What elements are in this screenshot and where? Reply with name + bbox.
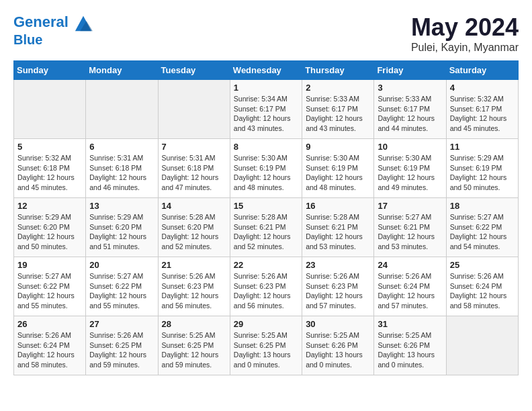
day-info: Sunrise: 5:26 AM Sunset: 6:24 PM Dayligh…	[450, 271, 515, 311]
day-number: 10	[378, 142, 442, 152]
day-number: 18	[450, 201, 515, 211]
logo-text: General	[13, 13, 93, 32]
calendar-cell: 15Sunrise: 5:28 AM Sunset: 6:21 PM Dayli…	[230, 198, 302, 257]
calendar-cell: 31Sunrise: 5:25 AM Sunset: 6:26 PM Dayli…	[374, 316, 446, 375]
day-info: Sunrise: 5:31 AM Sunset: 6:18 PM Dayligh…	[89, 153, 154, 193]
calendar-cell: 26Sunrise: 5:26 AM Sunset: 6:24 PM Dayli…	[14, 316, 86, 375]
day-number: 17	[378, 201, 442, 211]
day-number: 5	[17, 142, 82, 152]
day-number: 21	[162, 260, 226, 270]
calendar-week-row: 19Sunrise: 5:27 AM Sunset: 6:22 PM Dayli…	[14, 257, 519, 316]
col-header-saturday: Saturday	[446, 61, 518, 80]
day-number: 25	[450, 260, 515, 270]
day-info: Sunrise: 5:27 AM Sunset: 6:21 PM Dayligh…	[378, 212, 442, 252]
logo: General Blue	[13, 13, 93, 47]
day-number: 1	[234, 83, 298, 93]
col-header-thursday: Thursday	[302, 61, 374, 80]
day-number: 3	[378, 83, 442, 93]
calendar-cell: 11Sunrise: 5:29 AM Sunset: 6:19 PM Dayli…	[446, 139, 518, 198]
calendar-cell: 1Sunrise: 5:34 AM Sunset: 6:17 PM Daylig…	[230, 80, 302, 139]
title-block: May 2024 Pulei, Kayin, Myanmar	[411, 13, 519, 54]
page-header: General Blue May 2024 Pulei, Kayin, Myan…	[13, 13, 519, 54]
calendar-cell: 4Sunrise: 5:32 AM Sunset: 6:17 PM Daylig…	[446, 80, 518, 139]
calendar-cell	[446, 316, 518, 375]
calendar-cell: 9Sunrise: 5:30 AM Sunset: 6:19 PM Daylig…	[302, 139, 374, 198]
calendar-cell: 10Sunrise: 5:30 AM Sunset: 6:19 PM Dayli…	[374, 139, 446, 198]
day-info: Sunrise: 5:30 AM Sunset: 6:19 PM Dayligh…	[306, 153, 370, 193]
day-number: 22	[234, 260, 298, 270]
calendar-cell: 12Sunrise: 5:29 AM Sunset: 6:20 PM Dayli…	[14, 198, 86, 257]
day-number: 24	[378, 260, 442, 270]
calendar-cell: 17Sunrise: 5:27 AM Sunset: 6:21 PM Dayli…	[374, 198, 446, 257]
day-info: Sunrise: 5:33 AM Sunset: 6:17 PM Dayligh…	[378, 94, 442, 134]
day-number: 29	[234, 319, 298, 329]
calendar-cell: 24Sunrise: 5:26 AM Sunset: 6:24 PM Dayli…	[374, 257, 446, 316]
day-number: 11	[450, 142, 515, 152]
col-header-wednesday: Wednesday	[230, 61, 302, 80]
day-info: Sunrise: 5:28 AM Sunset: 6:21 PM Dayligh…	[306, 212, 370, 252]
day-number: 8	[234, 142, 298, 152]
calendar-cell: 25Sunrise: 5:26 AM Sunset: 6:24 PM Dayli…	[446, 257, 518, 316]
day-info: Sunrise: 5:33 AM Sunset: 6:17 PM Dayligh…	[306, 94, 370, 134]
day-info: Sunrise: 5:30 AM Sunset: 6:19 PM Dayligh…	[234, 153, 298, 193]
col-header-friday: Friday	[374, 61, 446, 80]
day-info: Sunrise: 5:28 AM Sunset: 6:21 PM Dayligh…	[234, 212, 298, 252]
calendar-cell: 6Sunrise: 5:31 AM Sunset: 6:18 PM Daylig…	[86, 139, 158, 198]
calendar-header-row: SundayMondayTuesdayWednesdayThursdayFrid…	[14, 61, 519, 80]
day-info: Sunrise: 5:32 AM Sunset: 6:17 PM Dayligh…	[450, 94, 515, 134]
day-info: Sunrise: 5:27 AM Sunset: 6:22 PM Dayligh…	[450, 212, 515, 252]
calendar-week-row: 1Sunrise: 5:34 AM Sunset: 6:17 PM Daylig…	[14, 80, 519, 139]
calendar-cell: 22Sunrise: 5:26 AM Sunset: 6:23 PM Dayli…	[230, 257, 302, 316]
day-number: 31	[378, 319, 442, 329]
day-number: 30	[306, 319, 370, 329]
calendar-cell	[86, 80, 158, 139]
day-number: 2	[306, 83, 370, 93]
day-number: 6	[89, 142, 154, 152]
calendar-cell: 5Sunrise: 5:32 AM Sunset: 6:18 PM Daylig…	[14, 139, 86, 198]
calendar-cell: 14Sunrise: 5:28 AM Sunset: 6:20 PM Dayli…	[158, 198, 230, 257]
day-info: Sunrise: 5:25 AM Sunset: 6:26 PM Dayligh…	[378, 330, 442, 370]
day-info: Sunrise: 5:26 AM Sunset: 6:25 PM Dayligh…	[89, 330, 154, 370]
calendar-cell: 16Sunrise: 5:28 AM Sunset: 6:21 PM Dayli…	[302, 198, 374, 257]
day-info: Sunrise: 5:29 AM Sunset: 6:20 PM Dayligh…	[17, 212, 82, 252]
day-info: Sunrise: 5:34 AM Sunset: 6:17 PM Dayligh…	[234, 94, 298, 134]
calendar-cell: 7Sunrise: 5:31 AM Sunset: 6:18 PM Daylig…	[158, 139, 230, 198]
calendar-cell	[158, 80, 230, 139]
day-info: Sunrise: 5:26 AM Sunset: 6:24 PM Dayligh…	[17, 330, 82, 370]
day-number: 20	[89, 260, 154, 270]
day-number: 13	[89, 201, 154, 211]
calendar-cell: 28Sunrise: 5:25 AM Sunset: 6:25 PM Dayli…	[158, 316, 230, 375]
day-number: 28	[162, 319, 226, 329]
day-info: Sunrise: 5:32 AM Sunset: 6:18 PM Dayligh…	[17, 153, 82, 193]
calendar-cell: 29Sunrise: 5:25 AM Sunset: 6:25 PM Dayli…	[230, 316, 302, 375]
day-info: Sunrise: 5:26 AM Sunset: 6:23 PM Dayligh…	[306, 271, 370, 311]
calendar-cell: 19Sunrise: 5:27 AM Sunset: 6:22 PM Dayli…	[14, 257, 86, 316]
day-number: 19	[17, 260, 82, 270]
col-header-monday: Monday	[86, 61, 158, 80]
day-info: Sunrise: 5:26 AM Sunset: 6:23 PM Dayligh…	[162, 271, 226, 311]
day-number: 12	[17, 201, 82, 211]
day-info: Sunrise: 5:29 AM Sunset: 6:20 PM Dayligh…	[89, 212, 154, 252]
calendar-cell: 18Sunrise: 5:27 AM Sunset: 6:22 PM Dayli…	[446, 198, 518, 257]
calendar-cell: 23Sunrise: 5:26 AM Sunset: 6:23 PM Dayli…	[302, 257, 374, 316]
col-header-tuesday: Tuesday	[158, 61, 230, 80]
day-number: 27	[89, 319, 154, 329]
calendar-cell: 13Sunrise: 5:29 AM Sunset: 6:20 PM Dayli…	[86, 198, 158, 257]
day-info: Sunrise: 5:25 AM Sunset: 6:26 PM Dayligh…	[306, 330, 370, 370]
day-number: 16	[306, 201, 370, 211]
calendar-week-row: 12Sunrise: 5:29 AM Sunset: 6:20 PM Dayli…	[14, 198, 519, 257]
calendar-week-row: 26Sunrise: 5:26 AM Sunset: 6:24 PM Dayli…	[14, 316, 519, 375]
calendar-cell: 8Sunrise: 5:30 AM Sunset: 6:19 PM Daylig…	[230, 139, 302, 198]
calendar-cell: 20Sunrise: 5:27 AM Sunset: 6:22 PM Dayli…	[86, 257, 158, 316]
day-info: Sunrise: 5:25 AM Sunset: 6:25 PM Dayligh…	[162, 330, 226, 370]
day-number: 14	[162, 201, 226, 211]
day-number: 26	[17, 319, 82, 329]
day-number: 15	[234, 201, 298, 211]
day-number: 4	[450, 83, 515, 93]
day-info: Sunrise: 5:28 AM Sunset: 6:20 PM Dayligh…	[162, 212, 226, 252]
day-number: 23	[306, 260, 370, 270]
col-header-sunday: Sunday	[14, 61, 86, 80]
day-info: Sunrise: 5:30 AM Sunset: 6:19 PM Dayligh…	[378, 153, 442, 193]
day-number: 9	[306, 142, 370, 152]
location: Pulei, Kayin, Myanmar	[411, 42, 519, 54]
